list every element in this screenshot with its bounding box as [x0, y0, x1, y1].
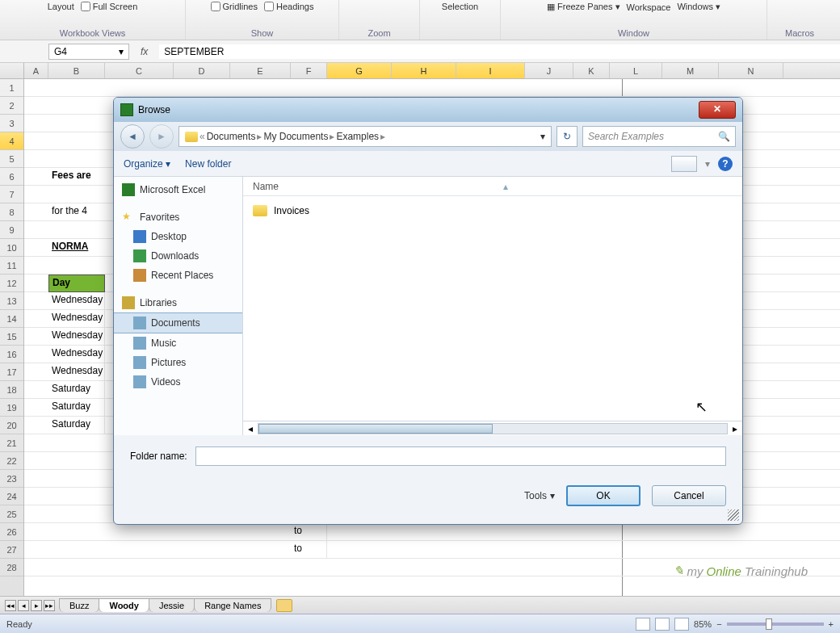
row-header-5[interactable]: 5: [0, 150, 23, 168]
col-header-D[interactable]: D: [174, 63, 230, 78]
sheet-tab-woody[interactable]: Woody: [99, 598, 149, 612]
cell-B18[interactable]: Saturday: [48, 381, 105, 399]
name-box[interactable]: G4▾: [48, 44, 129, 60]
zoom-slider[interactable]: [727, 623, 824, 626]
row-header-12[interactable]: 12: [0, 275, 23, 292]
row-header-10[interactable]: 10: [0, 239, 23, 257]
cell-B17[interactable]: Wednesday: [48, 363, 105, 381]
col-header-K[interactable]: K: [573, 63, 610, 78]
cancel-button[interactable]: Cancel: [652, 485, 726, 506]
row-header-3[interactable]: 3: [0, 115, 23, 132]
gridlines-toggle[interactable]: Gridlines: [211, 2, 258, 11]
sidebar-item-excel[interactable]: Microsoft Excel: [114, 180, 242, 199]
row-header-18[interactable]: 18: [0, 381, 23, 399]
file-column-header[interactable]: Name▴: [243, 177, 742, 196]
row-header-28[interactable]: 28: [0, 559, 23, 576]
col-header-G[interactable]: G: [327, 63, 392, 78]
organize-menu[interactable]: Organize ▾: [124, 158, 170, 170]
tab-nav-last[interactable]: ▸▸: [44, 600, 55, 611]
view-layout-button[interactable]: [655, 618, 670, 631]
cell-B14[interactable]: Wednesday: [48, 310, 105, 328]
windows-button[interactable]: Windows ▾: [677, 2, 720, 12]
resize-grip[interactable]: [728, 509, 739, 521]
view-normal-button[interactable]: [636, 618, 650, 631]
freeze-panes-button[interactable]: ▦ Freeze Panes ▾: [547, 2, 620, 12]
headings-toggle[interactable]: Headings: [264, 2, 313, 11]
nav-back-button[interactable]: ◄: [120, 124, 145, 149]
search-input[interactable]: Search Examples 🔍: [582, 126, 736, 147]
workspace-button[interactable]: Workspace: [627, 2, 671, 12]
cell-B12[interactable]: Day: [48, 275, 105, 292]
layout-button[interactable]: Layout: [48, 2, 74, 11]
help-icon[interactable]: ?: [718, 157, 733, 171]
row-header-26[interactable]: 26: [0, 523, 23, 541]
sheet-tab-jessie[interactable]: Jessie: [149, 598, 195, 612]
row-header-13[interactable]: 13: [0, 292, 23, 310]
sidebar-item-pictures[interactable]: Pictures: [114, 353, 242, 372]
col-header-A[interactable]: A: [24, 63, 48, 78]
col-header-J[interactable]: J: [525, 63, 573, 78]
row-header-1[interactable]: 1: [0, 79, 23, 97]
sidebar-item-documents[interactable]: Documents: [114, 312, 242, 333]
cell-F26[interactable]: to: [291, 523, 327, 541]
tab-nav-prev[interactable]: ◂: [18, 600, 29, 611]
sidebar-item-libraries[interactable]: Libraries: [114, 293, 242, 312]
file-item-invoices[interactable]: Invoices: [253, 203, 733, 219]
row-header-6[interactable]: 6: [0, 168, 23, 186]
cell-F27[interactable]: to: [291, 541, 327, 559]
row-header-25[interactable]: 25: [0, 505, 23, 523]
ok-button[interactable]: OK: [566, 485, 640, 506]
cell-B19[interactable]: Saturday: [48, 399, 105, 417]
row-header-7[interactable]: 7: [0, 186, 23, 203]
row-header-17[interactable]: 17: [0, 363, 23, 381]
sidebar-item-videos[interactable]: Videos: [114, 372, 242, 392]
zoom-in-button[interactable]: +: [829, 619, 834, 629]
row-header-22[interactable]: 22: [0, 452, 23, 470]
row-header-11[interactable]: 11: [0, 257, 23, 275]
view-pagebreak-button[interactable]: [674, 618, 689, 631]
cell-B15[interactable]: Wednesday: [48, 328, 105, 346]
row-header-24[interactable]: 24: [0, 488, 23, 505]
refresh-button[interactable]: ↻: [556, 126, 578, 147]
col-header-C[interactable]: C: [105, 63, 174, 78]
nav-forward-button[interactable]: ►: [149, 124, 174, 149]
cell-B16[interactable]: Wednesday: [48, 346, 105, 363]
zoom-level[interactable]: 85%: [694, 619, 712, 629]
col-header-N[interactable]: N: [719, 63, 783, 78]
col-header-I[interactable]: I: [456, 63, 525, 78]
new-folder-button[interactable]: New folder: [185, 158, 231, 170]
sheet-tab-buzz[interactable]: Buzz: [59, 598, 99, 612]
chevron-down-icon[interactable]: ▾: [119, 46, 124, 57]
breadcrumb[interactable]: « Documents▸ My Documents▸ Examples▸ ▾: [178, 126, 552, 147]
sidebar-item-favorites[interactable]: ★Favorites: [114, 208, 242, 227]
row-header-16[interactable]: 16: [0, 346, 23, 363]
row-header-4[interactable]: 4: [0, 132, 23, 150]
row-header-19[interactable]: 19: [0, 399, 23, 417]
fx-icon[interactable]: fx: [141, 46, 148, 57]
sidebar-item-downloads[interactable]: Downloads: [114, 246, 242, 266]
tools-menu[interactable]: Tools ▾: [524, 490, 555, 501]
col-header-B[interactable]: B: [48, 63, 105, 78]
folder-name-input[interactable]: [195, 446, 726, 466]
tab-nav-next[interactable]: ▸: [31, 600, 42, 611]
sidebar-item-desktop[interactable]: Desktop: [114, 227, 242, 246]
row-header-15[interactable]: 15: [0, 328, 23, 346]
row-header-8[interactable]: 8: [0, 203, 23, 221]
zoom-out-button[interactable]: −: [716, 619, 721, 629]
view-mode-button[interactable]: [671, 156, 697, 172]
row-header-21[interactable]: 21: [0, 434, 23, 452]
cell-B13[interactable]: Wednesday: [48, 292, 105, 310]
file-list[interactable]: Invoices ↖: [243, 196, 742, 421]
new-sheet-button[interactable]: [276, 599, 292, 612]
file-hscrollbar[interactable]: ◂▸: [243, 421, 742, 435]
dialog-titlebar[interactable]: Browse ✕: [114, 98, 742, 122]
row-header-23[interactable]: 23: [0, 470, 23, 488]
full-screen-toggle[interactable]: Full Screen: [81, 2, 138, 11]
col-header-L[interactable]: L: [610, 63, 662, 78]
cell-B20[interactable]: Saturday: [48, 417, 105, 434]
selection-button[interactable]: Selection: [442, 2, 478, 11]
row-header-14[interactable]: 14: [0, 310, 23, 328]
tab-nav-first[interactable]: ◂◂: [5, 600, 16, 611]
col-header-F[interactable]: F: [291, 63, 327, 78]
sidebar-item-music[interactable]: Music: [114, 333, 242, 353]
